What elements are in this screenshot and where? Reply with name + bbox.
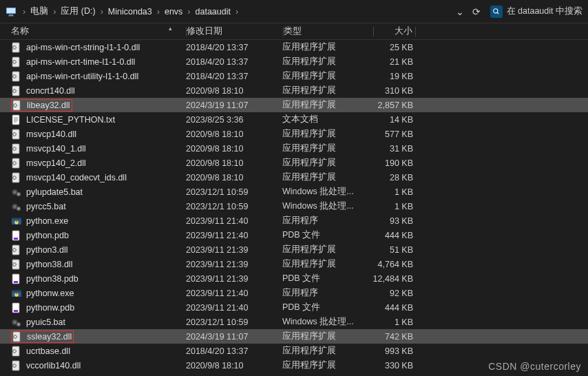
file-name: msvcp140_1.dll <box>26 144 86 154</box>
dll-file-icon <box>11 85 22 96</box>
chevron-right-icon: › <box>157 7 160 17</box>
file-name: ssleay32.dll <box>27 332 72 342</box>
file-size: 1 KB <box>372 317 413 327</box>
file-date: 2023/9/11 21:40 <box>186 216 282 226</box>
file-date: 2020/9/8 18:10 <box>186 86 282 96</box>
file-name: api-ms-win-crt-time-l1-1-0.dll <box>26 57 135 67</box>
pdb-file-icon <box>11 273 22 284</box>
file-name: concrt140.dll <box>26 86 75 96</box>
file-type: 应用程序扩展 <box>282 258 372 270</box>
header-date[interactable]: 修改日期 <box>187 25 283 37</box>
file-list: api-ms-win-crt-string-l1-1-0.dll2018/4/2… <box>0 40 588 376</box>
file-type: 应用程序 <box>282 215 372 227</box>
file-name: msvcp140_2.dll <box>26 158 86 168</box>
file-row[interactable]: msvcp140_1.dll2020/9/8 18:10应用程序扩展31 KB <box>0 141 588 156</box>
file-row[interactable]: python38.dll2023/9/11 21:39应用程序扩展4,764 K… <box>0 257 588 271</box>
file-size: 993 KB <box>372 346 413 356</box>
file-row[interactable]: api-ms-win-crt-time-l1-1-0.dll2018/4/20 … <box>0 54 588 69</box>
file-row[interactable]: ucrtbase.dll2018/4/20 13:37应用程序扩展993 KB <box>0 344 588 358</box>
search-icon <box>490 6 503 18</box>
dll-file-icon <box>11 42 22 53</box>
pdb-file-icon <box>11 302 22 313</box>
file-date: 2023/9/11 21:39 <box>186 260 282 269</box>
file-row[interactable]: libeay32.dll2024/3/19 11:07应用程序扩展2,857 K… <box>0 98 588 112</box>
svg-rect-16 <box>7 8 15 13</box>
file-size: 93 KB <box>372 216 413 226</box>
crumb-3[interactable]: envs <box>165 7 182 17</box>
file-row[interactable]: concrt140.dll2020/9/8 18:10应用程序扩展310 KB <box>0 83 588 98</box>
file-size: 4,764 KB <box>372 260 413 269</box>
file-type: PDB 文件 <box>282 273 372 284</box>
dll-file-icon <box>11 158 22 169</box>
column-headers[interactable]: 名称 ▴ 修改日期 类型 大小 <box>0 23 588 40</box>
file-type: 应用程序扩展 <box>282 171 372 183</box>
bat-file-icon <box>11 201 22 212</box>
file-row[interactable]: msvcp140_2.dll2020/9/8 18:10应用程序扩展190 KB <box>0 156 588 170</box>
file-date: 2023/9/11 21:39 <box>186 274 282 284</box>
file-row[interactable]: api-ms-win-crt-utility-l1-1-0.dll2018/4/… <box>0 69 588 83</box>
file-size: 577 KB <box>372 129 413 139</box>
chevron-down-icon[interactable]: ⌄ <box>456 6 464 17</box>
refresh-button[interactable]: ⟳ <box>472 6 481 17</box>
file-row[interactable]: python3.dll2023/9/11 21:39应用程序扩展51 KB <box>0 242 588 257</box>
file-type: PDB 文件 <box>282 229 372 241</box>
file-name: python.exe <box>26 216 68 226</box>
crumb-0[interactable]: 电脑 <box>30 6 48 17</box>
dll-file-icon <box>11 143 22 154</box>
header-name[interactable]: 名称 ▴ <box>0 25 186 37</box>
file-row[interactable]: python.pdb2023/9/11 21:40PDB 文件444 KB <box>0 228 588 242</box>
crumb-2[interactable]: Miniconda3 <box>108 7 152 17</box>
file-row[interactable]: msvcp140.dll2020/9/8 18:10应用程序扩展577 KB <box>0 127 588 141</box>
file-name: python38.pdb <box>26 274 78 284</box>
file-row[interactable]: ssleay32.dll2024/3/19 11:07应用程序扩展742 KB <box>0 329 588 344</box>
bat-file-icon <box>11 317 22 328</box>
header-type[interactable]: 类型 <box>284 25 373 37</box>
file-row[interactable]: pythonw.exe2023/9/11 21:40应用程序92 KB <box>0 286 588 300</box>
file-row[interactable]: vccorlib140.dll2020/9/8 18:10应用程序扩展330 K… <box>0 358 588 373</box>
crumb-1[interactable]: 应用 (D:) <box>61 6 95 17</box>
dll-file-icon <box>11 244 22 255</box>
file-type: 文本文档 <box>282 114 372 125</box>
file-date: 2023/12/1 10:59 <box>186 202 282 211</box>
file-type: 应用程序扩展 <box>282 157 372 169</box>
file-date: 2023/9/11 21:40 <box>186 289 282 298</box>
svg-rect-17 <box>9 14 13 15</box>
file-name: pylupdate5.bat <box>26 187 83 197</box>
file-row[interactable]: msvcp140_codecvt_ids.dll2020/9/8 18:10应用… <box>0 170 588 185</box>
file-date: 2023/12/1 10:59 <box>186 317 282 327</box>
file-type: 应用程序扩展 <box>282 70 372 82</box>
breadcrumb[interactable]: › 电脑 › 应用 (D:) › Miniconda3 › envs › dat… <box>17 6 452 17</box>
file-row[interactable]: python38.pdb2023/9/11 21:39PDB 文件12,484 … <box>0 271 588 286</box>
file-date: 2018/4/20 13:37 <box>186 346 282 356</box>
chevron-right-icon: › <box>23 7 25 17</box>
file-row[interactable]: pyrcc5.bat2023/12/1 10:59Windows 批处理...1… <box>0 199 588 213</box>
file-name: ucrtbase.dll <box>26 346 70 356</box>
file-name: python38.dll <box>26 260 72 269</box>
search-box[interactable]: 在 dataaudit 中搜索 <box>490 6 582 18</box>
dll-file-icon <box>11 71 22 82</box>
crumb-4[interactable]: dataaudit <box>196 7 231 17</box>
file-type: 应用程序扩展 <box>282 41 372 53</box>
file-type: 应用程序扩展 <box>282 85 372 96</box>
dll-file-icon <box>12 331 23 342</box>
file-row[interactable]: pyuic5.bat2023/12/1 10:59Windows 批处理...1… <box>0 315 588 329</box>
file-name: pythonw.pdb <box>26 303 74 313</box>
file-type: 应用程序扩展 <box>282 244 372 255</box>
file-row[interactable]: python.exe2023/9/11 21:40应用程序93 KB <box>0 213 588 228</box>
file-type: Windows 批处理... <box>282 200 372 212</box>
dll-file-icon <box>11 346 22 357</box>
file-date: 2020/9/8 18:10 <box>186 173 282 182</box>
file-row[interactable]: LICENSE_PYTHON.txt2023/8/25 3:36文本文档14 K… <box>0 112 588 127</box>
header-size[interactable]: 大小 <box>374 25 415 37</box>
file-size: 742 KB <box>372 332 413 342</box>
file-name: libeay32.dll <box>27 101 70 110</box>
file-size: 92 KB <box>372 289 413 298</box>
file-row[interactable]: pythonw.pdb2023/9/11 21:40PDB 文件444 KB <box>0 300 588 315</box>
file-date: 2020/9/8 18:10 <box>186 361 282 370</box>
bat-file-icon <box>11 187 22 198</box>
file-name: python.pdb <box>26 231 69 240</box>
file-type: 应用程序扩展 <box>282 143 372 154</box>
file-row[interactable]: api-ms-win-crt-string-l1-1-0.dll2018/4/2… <box>0 40 588 54</box>
file-row[interactable]: pylupdate5.bat2023/12/1 10:59Windows 批处理… <box>0 185 588 199</box>
file-size: 2,857 KB <box>372 101 413 110</box>
